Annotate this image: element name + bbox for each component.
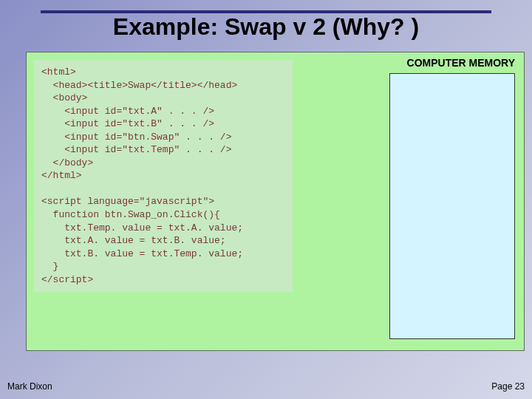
content-box: <html> <head><title>Swap</title></head> … <box>26 52 525 351</box>
code-block: <html> <head><title>Swap</title></head> … <box>34 60 293 292</box>
footer-author: Mark Dixon <box>7 381 52 392</box>
memory-label: COMPUTER MEMORY <box>407 57 515 69</box>
slide-title: Example: Swap v 2 (Why? ) <box>41 13 491 41</box>
memory-box <box>389 73 515 339</box>
footer-page: Page 23 <box>491 381 525 392</box>
